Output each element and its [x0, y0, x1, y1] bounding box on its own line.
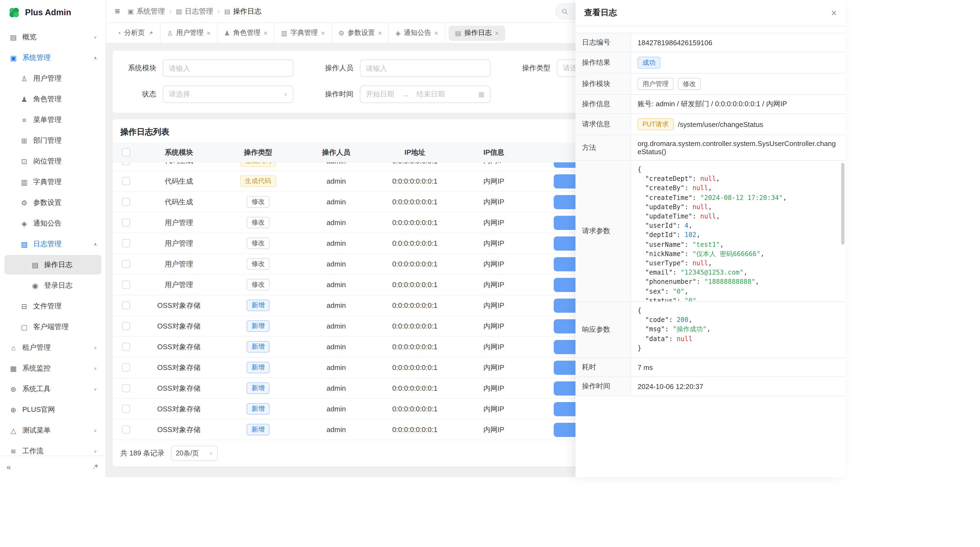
search-icon: [561, 8, 568, 15]
row-checkbox[interactable]: [122, 177, 130, 185]
sidebar-item-login-log[interactable]: ◉ 登录日志: [4, 276, 101, 295]
login-log-icon: ◉: [30, 281, 40, 290]
sidebar-item-role-management[interactable]: ♟ 角色管理: [4, 89, 101, 109]
dept-icon: ⊞: [20, 137, 29, 145]
close-icon[interactable]: ×: [831, 8, 837, 18]
sidebar-item-system-management[interactable]: ▣ 系统管理 ∧: [4, 48, 101, 67]
close-icon[interactable]: ×: [434, 29, 438, 37]
pin-icon[interactable]: [148, 30, 154, 36]
row-checkbox[interactable]: [122, 239, 130, 247]
tab-notice[interactable]: ◈ 通知公告 ×: [389, 23, 445, 43]
type-badge: 新增: [247, 321, 269, 332]
sidebar-item-post-management[interactable]: ⊡ 岗位管理: [4, 152, 101, 171]
sidebar-item-label: 操作日志: [44, 260, 72, 270]
chevron-down-icon: ∨: [94, 386, 97, 391]
row-checkbox[interactable]: [122, 163, 130, 165]
row-checkbox[interactable]: [122, 384, 130, 392]
sidebar-item-log-management[interactable]: ▧ 日志管理 ∧: [4, 234, 101, 254]
type-badge: 修改: [247, 279, 269, 290]
breadcrumb: ▣ 系统管理 › ▧ 日志管理 › ▤ 操作日志: [128, 6, 261, 16]
sidebar-item-file-management[interactable]: ⊟ 文件管理: [4, 297, 101, 316]
detail-row-response-params: 响应参数 { "code": 200, "msg": "操作成功", "data…: [576, 302, 846, 358]
log-id-value: 1842781986426159106: [631, 33, 846, 52]
tab-role-management[interactable]: ♟ 角色管理 ×: [218, 23, 275, 43]
sidebar-item-menu-management[interactable]: ≡ 菜单管理: [4, 110, 101, 130]
sidebar-item-label: 角色管理: [33, 94, 62, 104]
tab-analysis[interactable]: ◔ 分析页: [111, 23, 161, 43]
response-params-json: { "code": 200, "msg": "操作成功", "data": nu…: [631, 302, 846, 357]
sidebar-item-config[interactable]: ⚙ 参数设置: [4, 193, 101, 212]
tab-label: 操作日志: [465, 28, 492, 38]
sidebar-item-test-menu[interactable]: △ 测试菜单 ∨: [4, 421, 101, 440]
detail-row-method: 方法 org.dromara.system.controller.system.…: [576, 135, 846, 161]
user-icon: ♙: [20, 74, 29, 83]
brand-logo-icon: [8, 6, 21, 19]
type-badge: 新增: [247, 362, 269, 373]
tab-label: 分析页: [124, 28, 145, 38]
row-checkbox[interactable]: [122, 301, 130, 309]
row-checkbox[interactable]: [122, 198, 130, 206]
chevron-down-icon: ∨: [94, 345, 97, 350]
sidebar-item-notice[interactable]: ◈ 通知公告: [4, 214, 101, 233]
row-checkbox[interactable]: [122, 343, 130, 351]
sidebar-item-client-management[interactable]: ▢ 客户端管理: [4, 317, 101, 337]
row-checkbox[interactable]: [122, 281, 130, 289]
breadcrumb-item-operation-log[interactable]: ▤ 操作日志: [224, 6, 261, 16]
log-icon: ▧: [20, 240, 29, 248]
sidebar-collapse-button[interactable]: «: [6, 462, 11, 471]
row-checkbox[interactable]: [122, 426, 130, 434]
status-select[interactable]: 请选择 ∨: [163, 86, 293, 103]
sidebar-item-user-management[interactable]: ♙ 用户管理: [4, 69, 101, 88]
scrollbar-thumb[interactable]: [841, 163, 845, 245]
field-label: 操作类型: [514, 63, 550, 73]
row-checkbox[interactable]: [122, 405, 130, 413]
date-range-picker[interactable]: 开始日期 → 结束日期 ▦: [360, 86, 490, 103]
type-badge: 修改: [247, 196, 269, 207]
field-label: 操作时间: [317, 89, 353, 99]
breadcrumb-item-system[interactable]: ▣ 系统管理: [128, 6, 165, 16]
tab-label: 通知公告: [404, 28, 431, 38]
sidebar-item-system-tools[interactable]: ⊛ 系统工具 ∨: [4, 379, 101, 399]
sidebar-item-operation-log[interactable]: ▤ 操作日志: [4, 255, 101, 274]
tab-operation-log[interactable]: ▤ 操作日志 ×: [449, 26, 505, 41]
breadcrumb-item-log[interactable]: ▧ 日志管理: [176, 6, 213, 16]
sidebar-item-overview[interactable]: ▤ 概览 ∨: [4, 27, 101, 47]
sidebar-item-plus-website[interactable]: ⊕ PLUS官网: [4, 400, 101, 419]
sidebar-item-dict-management[interactable]: ▥ 字典管理: [4, 172, 101, 192]
row-checkbox[interactable]: [122, 218, 130, 226]
client-icon: ▢: [20, 323, 29, 331]
close-icon[interactable]: ×: [207, 29, 210, 37]
sidebar-item-tenant-management[interactable]: ⌂ 租户管理 ∨: [4, 338, 101, 357]
sidebar-item-dept-management[interactable]: ⊞ 部门管理: [4, 131, 101, 150]
system-module-input[interactable]: [163, 59, 293, 77]
sidebar-item-system-monitor[interactable]: ▦ 系统监控 ∨: [4, 359, 101, 378]
overview-icon: ▤: [9, 33, 18, 41]
close-icon[interactable]: ×: [264, 29, 267, 37]
tab-label: 字典管理: [290, 28, 318, 38]
tab-dict-management[interactable]: ▥ 字典管理 ×: [275, 23, 332, 43]
select-all-checkbox[interactable]: [122, 148, 130, 156]
hamburger-icon[interactable]: ≡: [115, 6, 120, 16]
tab-config[interactable]: ⚙ 参数设置 ×: [332, 23, 389, 43]
detail-row-request-params: 请求参数 { "createDept": null, "createBy": n…: [576, 161, 846, 302]
row-checkbox[interactable]: [122, 364, 130, 372]
gear-icon: ⚙: [338, 29, 344, 37]
tab-user-management[interactable]: ♙ 用户管理 ×: [161, 23, 218, 43]
sidebar-item-label: 日志管理: [33, 239, 62, 249]
close-icon[interactable]: ×: [321, 29, 325, 37]
pin-icon[interactable]: [92, 463, 99, 470]
operator-input[interactable]: [360, 59, 490, 77]
close-icon[interactable]: ×: [378, 29, 382, 37]
brand-name: Plus Admin: [25, 8, 71, 18]
detail-row-log-id: 日志编号 1842781986426159106: [576, 33, 846, 52]
operation-log-icon: ▤: [455, 29, 461, 37]
page-size-select[interactable]: 20条/页 ∨: [171, 446, 218, 461]
row-checkbox[interactable]: [122, 322, 130, 330]
row-checkbox[interactable]: [122, 260, 130, 268]
monitor-icon: ▦: [9, 364, 18, 372]
operation-info-value: 账号: admin / 研发部门 / 0:0:0:0:0:0:0:1 / 内网I…: [631, 95, 846, 113]
chevron-down-icon: ∨: [94, 449, 97, 454]
detail-row-request: 请求信息 PUT请求 /system/user/changeStatus: [576, 114, 846, 135]
column-header: IP信息: [455, 147, 533, 157]
close-icon[interactable]: ×: [495, 29, 499, 37]
